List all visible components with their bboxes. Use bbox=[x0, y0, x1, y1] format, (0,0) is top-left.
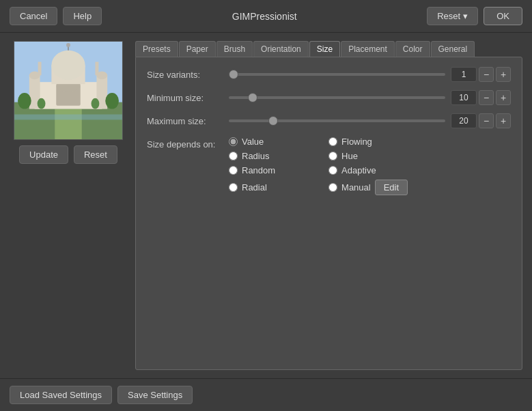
radio-radius[interactable]: Radius bbox=[229, 151, 308, 161]
load-settings-button[interactable]: Load Saved Settings bbox=[10, 386, 112, 404]
size-variants-slider[interactable] bbox=[229, 73, 445, 76]
size-tab-content: Size variants: 1 − + Minimum size: 10 − … bbox=[135, 57, 522, 370]
cancel-button[interactable]: Cancel bbox=[10, 7, 57, 25]
save-settings-button[interactable]: Save Settings bbox=[117, 386, 193, 404]
toolbar-right: Reset ▾ OK bbox=[427, 7, 522, 25]
image-reset-button[interactable]: Reset bbox=[74, 145, 117, 164]
radio-radial-label: Radial bbox=[242, 182, 267, 193]
tab-orientation[interactable]: Orientation bbox=[253, 41, 309, 57]
tab-paper[interactable]: Paper bbox=[179, 41, 216, 57]
radio-adaptive-label: Adaptive bbox=[341, 165, 376, 175]
svg-point-19 bbox=[38, 98, 46, 109]
size-variants-slider-container bbox=[229, 73, 445, 76]
radio-adaptive-input[interactable] bbox=[328, 166, 337, 175]
radio-manual-input[interactable] bbox=[328, 183, 337, 192]
minimum-size-label: Minimum size: bbox=[147, 93, 229, 103]
radio-value-input[interactable] bbox=[229, 137, 238, 146]
radio-hue-label: Hue bbox=[341, 151, 358, 161]
tab-presets[interactable]: Presets bbox=[135, 41, 178, 57]
radio-hue-input[interactable] bbox=[328, 152, 337, 160]
right-panel: Presets Paper Brush Orientation Size Pla… bbox=[135, 41, 522, 370]
radio-radial-input[interactable] bbox=[229, 183, 238, 192]
bottom-bar: Load Saved Settings Save Settings bbox=[0, 378, 532, 411]
top-bar: Cancel Help GIMPressionist Reset ▾ OK bbox=[0, 0, 532, 33]
size-variants-decrement[interactable]: − bbox=[479, 67, 494, 82]
maximum-size-increment[interactable]: + bbox=[496, 113, 511, 128]
update-button[interactable]: Update bbox=[19, 145, 68, 164]
radio-manual-label: Manual bbox=[341, 182, 371, 193]
tab-general[interactable]: General bbox=[431, 41, 475, 57]
radio-options-grid: Value Flowing Radius Hue bbox=[229, 137, 408, 195]
radio-flowing[interactable]: Flowing bbox=[328, 137, 408, 147]
size-variants-row: Size variants: 1 − + bbox=[147, 67, 511, 82]
tab-color[interactable]: Color bbox=[395, 41, 430, 57]
maximum-size-row: Maximum size: 20 − + bbox=[147, 113, 511, 128]
manual-row: Manual Edit bbox=[328, 180, 408, 195]
main-area: Update Reset Presets Paper Brush Orienta… bbox=[0, 33, 532, 378]
radio-adaptive[interactable]: Adaptive bbox=[328, 165, 408, 175]
svg-point-17 bbox=[18, 93, 31, 109]
help-button[interactable]: Help bbox=[63, 7, 102, 25]
svg-rect-15 bbox=[95, 62, 98, 76]
radio-random[interactable]: Random bbox=[229, 165, 308, 175]
image-buttons: Update Reset bbox=[19, 145, 117, 164]
minimum-size-decrement[interactable]: − bbox=[479, 90, 494, 105]
svg-rect-2 bbox=[55, 109, 81, 139]
app-title: GIMPressionist bbox=[232, 11, 297, 22]
maximum-size-slider-container bbox=[229, 119, 445, 122]
maximum-size-slider[interactable] bbox=[229, 119, 445, 122]
maximum-size-decrement[interactable]: − bbox=[479, 113, 494, 128]
size-variants-value: 1 bbox=[451, 67, 477, 82]
ok-button[interactable]: OK bbox=[484, 7, 522, 25]
radio-hue[interactable]: Hue bbox=[328, 151, 408, 161]
reset-label: Reset bbox=[437, 11, 460, 21]
radio-radius-label: Radius bbox=[242, 151, 269, 161]
tab-size[interactable]: Size bbox=[309, 41, 340, 57]
svg-point-18 bbox=[105, 93, 119, 109]
tab-placement[interactable]: Placement bbox=[341, 41, 395, 57]
svg-rect-14 bbox=[38, 62, 42, 76]
reset-button[interactable]: Reset ▾ bbox=[427, 7, 478, 25]
radio-random-input[interactable] bbox=[229, 166, 238, 175]
minimum-size-row: Minimum size: 10 − + bbox=[147, 90, 511, 105]
maximum-size-label: Maximum size: bbox=[147, 116, 229, 126]
minimum-size-slider[interactable] bbox=[229, 96, 445, 99]
radio-radius-input[interactable] bbox=[229, 152, 238, 160]
minimum-size-value: 10 bbox=[451, 90, 477, 105]
tab-brush[interactable]: Brush bbox=[216, 41, 253, 57]
svg-rect-16 bbox=[14, 115, 122, 120]
radio-value[interactable]: Value bbox=[229, 137, 308, 147]
chevron-down-icon: ▾ bbox=[463, 11, 468, 21]
svg-point-13 bbox=[66, 43, 70, 47]
radio-value-label: Value bbox=[242, 137, 264, 147]
minimum-size-increment[interactable]: + bbox=[496, 90, 511, 105]
tab-bar: Presets Paper Brush Orientation Size Pla… bbox=[135, 41, 522, 57]
radio-flowing-input[interactable] bbox=[328, 137, 337, 146]
size-depends-row: Size depends on: Value Flowing Radius bbox=[147, 137, 511, 195]
maximum-size-value: 20 bbox=[451, 113, 477, 128]
left-panel: Update Reset bbox=[10, 41, 127, 370]
radio-manual[interactable]: Manual bbox=[328, 182, 371, 193]
radio-radial[interactable]: Radial bbox=[229, 180, 308, 195]
svg-point-20 bbox=[92, 98, 100, 109]
size-variants-label: Size variants: bbox=[147, 70, 229, 80]
svg-point-11 bbox=[51, 51, 85, 80]
size-variants-increment[interactable]: + bbox=[496, 67, 511, 82]
toolbar-left: Cancel Help bbox=[10, 7, 102, 25]
size-depends-label: Size depends on: bbox=[147, 137, 229, 150]
edit-button[interactable]: Edit bbox=[375, 180, 408, 195]
minimum-size-slider-container bbox=[229, 96, 445, 99]
radio-random-label: Random bbox=[242, 165, 275, 175]
radio-flowing-label: Flowing bbox=[341, 137, 372, 147]
preview-image bbox=[14, 41, 123, 140]
